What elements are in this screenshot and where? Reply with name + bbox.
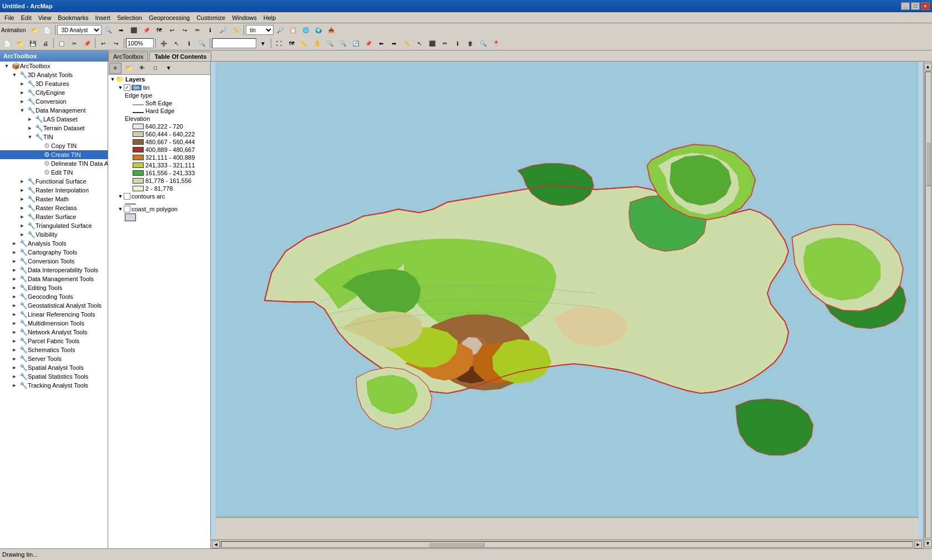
tb-btn-3[interactable]: ➡ — [115, 24, 127, 35]
toc-contours-checkbox[interactable] — [124, 193, 130, 200]
menu-file[interactable]: File — [1, 13, 18, 22]
toc-tree[interactable]: ▼ 📁 Layers ▼ ✓ tin tin Edge type — [108, 75, 210, 548]
tree-editing-tools[interactable]: ► 🔧 Editing Tools — [0, 283, 108, 292]
tree-cartography-tools[interactable]: ► 🔧 Cartography Tools — [0, 248, 108, 257]
toc-contours-arc[interactable]: ▼ contours arc — [108, 192, 210, 200]
layer-dropdown[interactable]: tin — [246, 25, 273, 35]
vscroll-thumb[interactable] — [926, 142, 931, 186]
tree-raster-interpolation[interactable]: ► 🔧 Raster Interpolation — [0, 186, 108, 195]
tree-conversion[interactable]: ► 🔧 Conversion — [0, 97, 108, 106]
tb-btn-1[interactable]: 📂 — [28, 24, 40, 35]
menu-view[interactable]: View — [35, 13, 55, 22]
tree-multidimension-tools[interactable]: ► 🔧 Multidimension Tools — [0, 319, 108, 328]
menu-selection[interactable]: Selection — [114, 13, 145, 22]
tree-las-dataset[interactable]: ► 🔧 LAS Dataset — [0, 115, 108, 124]
tb-go-back[interactable]: ⬅ — [375, 38, 387, 49]
tb-btn-13[interactable]: 🔎 — [274, 24, 286, 35]
tb-new[interactable]: 📄 — [1, 38, 13, 49]
tree-cityengine[interactable]: ► 🔧 CityEngine — [0, 88, 108, 97]
tree-linear-ref-tools[interactable]: ► 🔧 Linear Referencing Tools — [0, 310, 108, 319]
tb-cut[interactable]: ✂ — [68, 38, 80, 49]
tree-conversion-tools[interactable]: ► 🔧 Conversion Tools — [0, 257, 108, 266]
toc-tin-checkbox[interactable]: ✓ — [124, 84, 130, 91]
tb-btn-2[interactable]: 📄 — [41, 24, 53, 35]
vscroll-down[interactable]: ▼ — [924, 539, 932, 547]
tb-btn-16[interactable]: 🌍 — [312, 24, 325, 35]
tb-select2[interactable]: ⬛ — [426, 38, 438, 49]
tb-clear[interactable]: 🗑 — [464, 38, 477, 49]
tree-copy-tin[interactable]: ⚙ Copy TIN — [0, 141, 108, 150]
menu-help[interactable]: Help — [260, 13, 280, 22]
tb-cursor[interactable]: ↖ — [413, 38, 426, 49]
tb-zoom-selection[interactable]: 📐 — [298, 38, 311, 49]
tb-open[interactable]: 📂 — [14, 38, 26, 49]
analyst-dropdown[interactable]: 3D Analyst — [57, 25, 102, 35]
tree-analysis-tools[interactable]: ► 🔧 Analysis Tools — [0, 239, 108, 248]
tb-geocode[interactable]: 📍 — [490, 38, 502, 49]
toc-selection-btn[interactable]: □ — [149, 63, 161, 74]
tree-data-interop-tools[interactable]: ► 🔧 Data Interoperability Tools — [0, 266, 108, 274]
tree-tracking-analyst-tools[interactable]: ► 🔧 Tracking Analyst Tools — [0, 381, 108, 390]
menu-geoprocessing[interactable]: Geoprocessing — [145, 13, 193, 22]
tb-zoom-layer[interactable]: 🗺 — [286, 38, 298, 49]
toolbox-tree[interactable]: ▼ 📦 ArcToolbox ▼ 🔧 3D Analyst Tools ► 🔧 … — [0, 62, 108, 548]
scale-input[interactable]: 1:91.412 — [212, 38, 256, 48]
tb-search[interactable]: 🔍 — [477, 38, 489, 49]
tb-find[interactable]: 🔍 — [196, 38, 208, 49]
tb-zoom-in[interactable]: 🔍 — [102, 24, 114, 35]
tree-visibility[interactable]: ► 🔧 Visibility — [0, 230, 108, 239]
tb-btn-4[interactable]: ⬛ — [128, 24, 140, 35]
map-vscroll[interactable]: ▲ ▼ — [923, 62, 932, 548]
tree-parcel-fabric-tools[interactable]: ► 🔧 Parcel Fabric Tools — [0, 337, 108, 345]
tab-arctoolbox[interactable]: ArcToolbox — [108, 52, 148, 61]
tb-zoom-full[interactable]: ⛶ — [273, 38, 285, 49]
tb-identify[interactable]: ℹ — [183, 38, 195, 49]
tb-pan[interactable]: ✋ — [311, 38, 323, 49]
tree-terrain-dataset[interactable]: ► 🔧 Terrain Dataset — [0, 124, 108, 133]
maximize-button[interactable]: □ — [911, 2, 920, 10]
tb-btn-10[interactable]: ℹ — [204, 24, 216, 35]
tb-zoom-out[interactable]: 🔍 — [337, 38, 349, 49]
tb-rotate[interactable]: 🔄 — [350, 38, 362, 49]
tree-3d-analyst[interactable]: ▼ 🔧 3D Analyst Tools — [0, 70, 108, 79]
tb-btn-5[interactable]: 📌 — [140, 24, 153, 35]
tree-raster-reclass[interactable]: ► 🔧 Raster Reclass — [0, 203, 108, 212]
tb-measure[interactable]: 📏 — [401, 38, 413, 49]
tree-server-tools[interactable]: ► 🔧 Server Tools — [0, 354, 108, 363]
tb-redo[interactable]: ↪ — [110, 38, 122, 49]
toc-coast-checkbox[interactable] — [124, 206, 130, 212]
tb-go-forward[interactable]: ➡ — [388, 38, 400, 49]
hscroll-right[interactable]: ► — [914, 541, 922, 548]
toc-options-btn[interactable]: ▼ — [163, 63, 175, 74]
toc-source-btn[interactable]: 📂 — [123, 63, 135, 74]
tb-btn-12[interactable]: 📏 — [230, 24, 242, 35]
minimize-button[interactable]: _ — [901, 2, 910, 10]
tree-tin[interactable]: ▼ 🔧 TIN — [0, 133, 108, 141]
tb-btn-17[interactable]: 📥 — [325, 24, 337, 35]
tb-btn-8[interactable]: ↪ — [179, 24, 191, 35]
tb-btn-15[interactable]: 🌐 — [300, 24, 312, 35]
tree-data-mgmt[interactable]: ▼ 🔧 Data Management — [0, 106, 108, 115]
toc-layers-group[interactable]: ▼ 📁 Layers — [108, 75, 210, 84]
menu-insert[interactable]: Insert — [92, 13, 114, 22]
menu-windows[interactable]: Windows — [229, 13, 260, 22]
tb-btn-6[interactable]: 🗺 — [153, 24, 165, 35]
tb-zoom-in-2[interactable]: 🔍 — [324, 38, 336, 49]
tb-print[interactable]: 🖨 — [39, 38, 52, 49]
toc-list-btn[interactable]: ≡ — [109, 63, 121, 74]
tab-toc[interactable]: Table Of Contents — [149, 52, 211, 61]
tree-functional-surface[interactable]: ► 🔧 Functional Surface — [0, 177, 108, 186]
tree-triangulated-surface[interactable]: ► 🔧 Triangulated Surface — [0, 221, 108, 230]
tb-bookmark[interactable]: 📌 — [362, 38, 374, 49]
tree-raster-math[interactable]: ► 🔧 Raster Math — [0, 195, 108, 203]
menu-bookmarks[interactable]: Bookmarks — [54, 13, 92, 22]
toc-tin-layer[interactable]: ▼ ✓ tin tin — [108, 84, 210, 91]
tb-edit[interactable]: ✏ — [439, 38, 451, 49]
tree-geostatistical-tools[interactable]: ► 🔧 Geostatistical Analyst Tools — [0, 301, 108, 310]
tb-select[interactable]: ↖ — [170, 38, 183, 49]
expand-icon[interactable]: ▼ — [2, 63, 11, 69]
tree-edit-tin[interactable]: ⚙ Edit TIN — [0, 168, 108, 177]
tb-btn-14[interactable]: 📋 — [287, 24, 299, 35]
tree-data-mgmt-tools[interactable]: ► 🔧 Data Management Tools — [0, 274, 108, 283]
tree-geocoding-tools[interactable]: ► 🔧 Geocoding Tools — [0, 292, 108, 301]
